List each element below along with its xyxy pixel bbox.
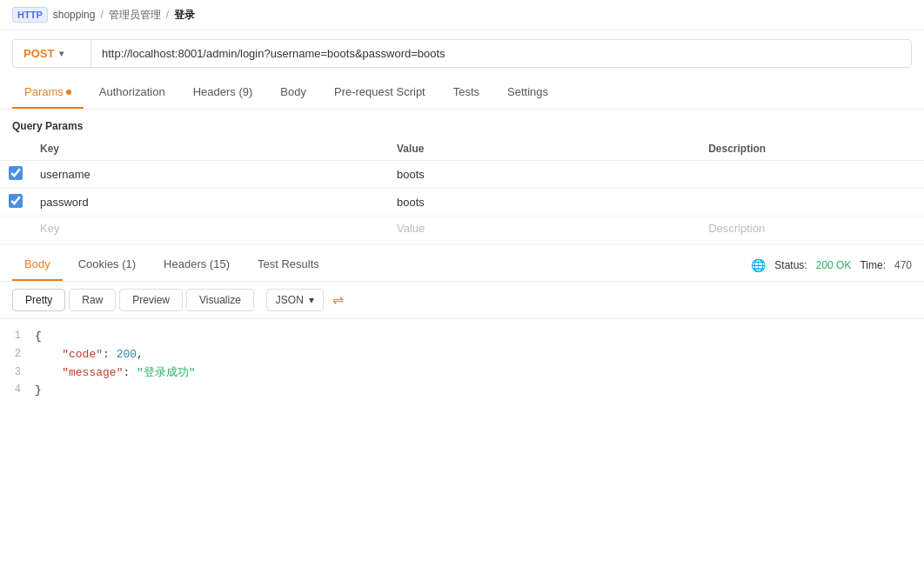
param-value-1: boots — [388, 189, 700, 217]
line-number: 1 — [0, 328, 35, 344]
breadcrumb-admin[interactable]: 管理员管理 — [109, 8, 161, 23]
col-header-checkbox — [0, 137, 31, 161]
http-badge: HTTP — [12, 7, 48, 23]
view-btn-raw[interactable]: Raw — [69, 289, 116, 311]
line-content: } — [35, 382, 924, 400]
tab-settings[interactable]: Settings — [495, 77, 560, 109]
query-params-label: Query Params — [0, 110, 924, 137]
code-area: 1{2 "code": 200,3 "message": "登录成功"4} — [0, 319, 924, 424]
code-plain — [35, 366, 62, 379]
code-str: "登录成功" — [137, 366, 196, 379]
method-select[interactable]: POST ▾ — [13, 40, 91, 67]
request-tabs-row: Params Authorization Headers (9) Body Pr… — [0, 77, 924, 110]
tab-headers[interactable]: Headers (9) — [181, 77, 265, 109]
checkbox-cell-0[interactable] — [0, 161, 31, 189]
param-key-1: password — [31, 189, 388, 217]
row-checkbox-1[interactable] — [9, 194, 23, 208]
response-tab-body[interactable]: Body — [12, 249, 63, 281]
time-value: 470 — [894, 259, 912, 271]
code-key: "message" — [62, 366, 123, 379]
code-line: 2 "code": 200, — [0, 346, 924, 364]
format-arrow-icon: ▾ — [309, 294, 314, 306]
status-value: 200 OK — [816, 259, 852, 271]
breadcrumb-sep-1: / — [100, 9, 103, 21]
line-content: "message": "登录成功" — [35, 364, 924, 383]
code-key: "code" — [62, 348, 103, 361]
view-btn-pretty[interactable]: Pretty — [12, 289, 65, 311]
time-label: Time: — [860, 259, 886, 271]
params-dot — [66, 90, 71, 95]
tab-tests[interactable]: Tests — [441, 77, 492, 109]
empty-key[interactable]: Key — [31, 217, 388, 241]
method-label: POST — [23, 47, 54, 60]
url-input[interactable] — [91, 40, 911, 67]
tab-params[interactable]: Params — [12, 77, 84, 109]
table-row: password boots — [0, 189, 924, 217]
params-table: Key Value Description username boots pas… — [0, 137, 924, 241]
param-desc-0 — [700, 161, 924, 189]
globe-icon: 🌐 — [751, 258, 766, 272]
code-line: 3 "message": "登录成功" — [0, 364, 924, 383]
line-number: 4 — [0, 382, 35, 398]
breadcrumb-sep-2: / — [166, 9, 169, 21]
tab-body[interactable]: Body — [268, 77, 318, 109]
response-toolbar: Pretty Raw Preview Visualize JSON ▾ ⇌ — [0, 282, 924, 319]
code-plain: : — [123, 366, 137, 379]
param-key-0: username — [31, 161, 388, 189]
empty-desc[interactable]: Description — [700, 217, 924, 241]
line-content: { — [35, 328, 924, 346]
param-value-0: boots — [388, 161, 700, 189]
breadcrumb-shopping[interactable]: shopping — [53, 9, 96, 21]
view-btn-preview[interactable]: Preview — [119, 289, 183, 311]
col-header-key: Key — [31, 137, 388, 161]
format-select[interactable]: JSON ▾ — [266, 289, 324, 311]
response-tab-headers[interactable]: Headers (15) — [151, 249, 242, 281]
table-row-empty: Key Value Description — [0, 217, 924, 241]
param-desc-1 — [700, 189, 924, 217]
status-label: Status: — [774, 259, 807, 271]
code-num: 200 — [117, 348, 137, 361]
checkbox-cell-1[interactable] — [0, 189, 31, 217]
code-line: 4} — [0, 382, 924, 400]
wrap-icon[interactable]: ⇌ — [332, 293, 344, 307]
response-meta: 🌐 Status: 200 OK Time: 470 — [751, 258, 912, 272]
col-header-value: Value — [388, 137, 700, 161]
code-brace: { — [35, 330, 42, 343]
divider-1 — [0, 244, 924, 245]
response-tab-cookies[interactable]: Cookies (1) — [66, 249, 148, 281]
tab-authorization[interactable]: Authorization — [87, 77, 177, 109]
format-label: JSON — [276, 294, 304, 306]
table-row: username boots — [0, 161, 924, 189]
row-checkbox-0[interactable] — [9, 166, 23, 180]
empty-value[interactable]: Value — [388, 217, 700, 241]
line-content: "code": 200, — [35, 346, 924, 364]
code-plain — [35, 348, 62, 361]
empty-checkbox-cell — [0, 217, 31, 241]
breadcrumb-current: 登录 — [174, 8, 195, 23]
col-header-description: Description — [700, 137, 924, 161]
code-line: 1{ — [0, 328, 924, 346]
line-number: 2 — [0, 346, 35, 363]
response-tab-test-results[interactable]: Test Results — [245, 249, 331, 281]
line-number: 3 — [0, 364, 35, 381]
response-tabs-row: Body Cookies (1) Headers (15) Test Resul… — [0, 249, 924, 282]
tab-pre-request[interactable]: Pre-request Script — [322, 77, 438, 109]
url-bar: POST ▾ — [12, 39, 912, 68]
code-brace: } — [35, 384, 42, 397]
method-arrow-icon: ▾ — [59, 49, 64, 58]
view-btn-visualize[interactable]: Visualize — [186, 289, 254, 311]
breadcrumb-bar: HTTP shopping / 管理员管理 / 登录 — [0, 0, 924, 30]
code-plain: , — [137, 348, 144, 361]
code-plain: : — [103, 348, 117, 361]
